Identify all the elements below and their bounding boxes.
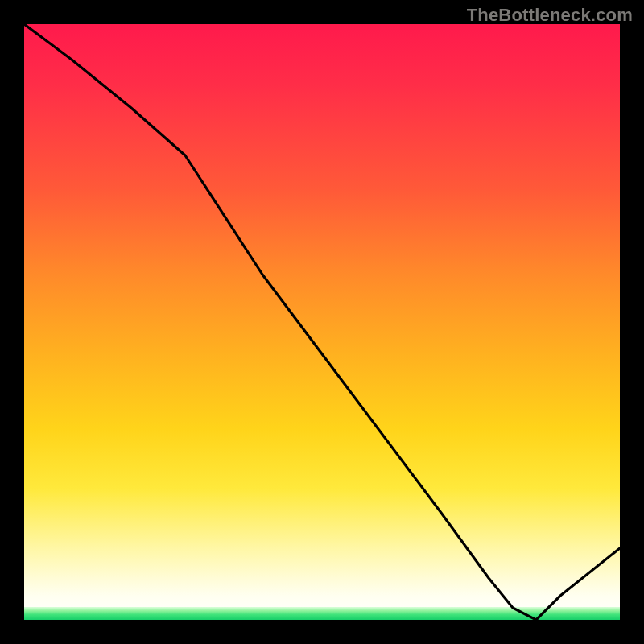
plot-area	[24, 24, 620, 620]
bottleneck-curve	[24, 24, 620, 620]
watermark-text: TheBottleneck.com	[467, 5, 633, 26]
chart-stage: TheBottleneck.com	[0, 0, 644, 644]
curve-path	[24, 24, 620, 620]
